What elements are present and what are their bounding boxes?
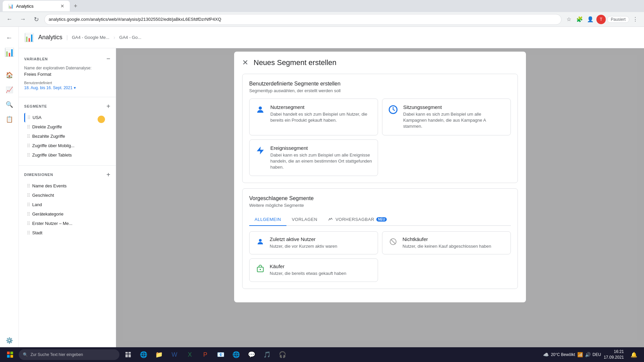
drag-handle: ⠿	[27, 230, 30, 236]
segment-tablets[interactable]: ⠿ Zugriffe über Tablets	[24, 150, 110, 160]
dim-geraet[interactable]: ⠿ Gerätekategorie	[24, 209, 110, 219]
drag-handle: ⠿	[27, 153, 30, 158]
modal-overlay[interactable]: ✕ Neues Segment erstellen Benutzerdefini…	[116, 48, 644, 347]
taskbar-app6[interactable]: 📧	[213, 347, 228, 362]
drag-handle: ⠿	[27, 134, 30, 139]
recently-active-card[interactable]: Zuletzt aktive Nutzer Nutzer, die vor Ku…	[249, 231, 378, 254]
nutzersegment-card[interactable]: Nutzersegment Dabei handelt es sich zum …	[249, 99, 378, 135]
active-tab[interactable]: 📊 Analytics ✕	[3, 1, 70, 11]
variables-minimize[interactable]: −	[106, 55, 110, 63]
dim-erster-nutzer[interactable]: ⠿ Erster Nutzer – Me...	[24, 219, 110, 228]
browser-nav-bar: ← → ↻ analytics.google.com/analytics/web…	[0, 12, 644, 27]
task-view-icon	[125, 352, 131, 358]
taskbar-task-view[interactable]	[121, 347, 136, 362]
taskbar-app8[interactable]: 💬	[244, 347, 259, 362]
add-dimension-button[interactable]: +	[106, 171, 110, 179]
segment-name: USA	[33, 115, 42, 120]
taskbar-explorer[interactable]: 📁	[152, 347, 166, 362]
modal-body: Benutzerdefinierte Segmente erstellen Se…	[234, 74, 526, 302]
svg-point-0	[259, 107, 262, 110]
exploration-name-label: Name der explorativen Datenanalyse:	[24, 65, 110, 71]
taskbar-app10[interactable]: 🎧	[275, 347, 290, 362]
browser-tab-bar: 📊 Analytics ✕ +	[0, 0, 644, 12]
svg-rect-11	[125, 352, 128, 354]
reports-icon[interactable]: 📋	[3, 113, 16, 126]
buyer-card[interactable]: Käufer Nutzer, die bereits etwas gekauft…	[249, 258, 378, 282]
bookmark-icon[interactable]: ☆	[564, 15, 574, 24]
sitzungssegment-text: Sitzungssegment Dabei kann es sich zum B…	[403, 104, 505, 130]
segment-name: Zugriffe über Mobilg...	[32, 143, 74, 148]
dimension-name: Erster Nutzer – Me...	[32, 221, 72, 226]
cursor-indicator	[98, 116, 105, 123]
main-content: ✕ Neues Segment erstellen Benutzerdefini…	[116, 48, 644, 347]
ereignissegment-card[interactable]: Ereignissegment Dabei kann es sich zum B…	[249, 139, 378, 176]
forward-button[interactable]: →	[17, 14, 28, 25]
sitzungssegment-card[interactable]: Sitzungssegment Dabei kann es sich zum B…	[382, 99, 511, 135]
segment-name: Direkte Zugriffe	[32, 124, 62, 129]
add-segment-button[interactable]: +	[106, 103, 110, 110]
back-nav-icon[interactable]: ←	[3, 31, 16, 44]
dimension-name: Land	[32, 202, 42, 207]
reload-button[interactable]: ↻	[31, 14, 42, 25]
tab-favicon: 📊	[8, 4, 13, 9]
menu-icon[interactable]: ⋮	[631, 15, 640, 24]
segments-header: SEGMENTE +	[24, 103, 110, 110]
language-indicator: DEU	[593, 352, 601, 357]
sound-icon[interactable]: 🔊	[585, 352, 591, 357]
taskbar-word[interactable]: W	[167, 347, 182, 362]
svg-rect-9	[7, 355, 10, 358]
taskbar-right-area: ☁️ 20°C Bewölkt 📶 🔊 DEU 16:21 17.09.2021…	[543, 347, 641, 362]
taskbar-edge[interactable]: 🌐	[136, 347, 151, 362]
profile-icon[interactable]: 👤	[586, 15, 595, 24]
segment-mobil[interactable]: ⠿ Zugriffe über Mobilg...	[24, 141, 110, 150]
new-tab-button[interactable]: +	[71, 3, 80, 10]
suggested-card-grid: Zuletzt aktive Nutzer Nutzer, die vor Ku…	[249, 231, 511, 282]
variables-section: Variablen − Name der explorativen Datena…	[19, 52, 116, 94]
dimensions-list: ⠿ Name des Events ⠿ Geschlecht ⠿ Land	[24, 181, 110, 238]
segment-usa[interactable]: ⠿ USA	[24, 113, 110, 122]
taskbar-chrome[interactable]: 🌐	[229, 347, 244, 362]
svg-point-2	[259, 239, 262, 242]
dim-geschlecht[interactable]: ⠿ Geschlecht	[24, 191, 110, 200]
svg-rect-13	[125, 354, 128, 357]
start-button[interactable]	[3, 347, 17, 362]
tab-close-button[interactable]: ✕	[60, 3, 64, 9]
account-button[interactable]: T	[596, 15, 606, 24]
search-magnifier-icon: 🔍	[23, 352, 28, 357]
segment-direkte[interactable]: ⠿ Direkte Zugriffe	[24, 122, 110, 132]
segment-bezahlte[interactable]: ⠿ Bezahlte Zugriffe	[24, 132, 110, 141]
taskbar-powerpoint[interactable]: P	[198, 347, 213, 362]
session-segment-icon	[388, 104, 398, 115]
search-icon[interactable]: 🔍	[3, 98, 16, 111]
tab-vorhersagbar[interactable]: VORHERSAGBAR NEU	[323, 213, 392, 226]
taskbar-excel[interactable]: X	[182, 347, 197, 362]
taskbar-search[interactable]: 🔍 Zur Suche Text hier eingeben	[19, 349, 119, 360]
modal-close-button[interactable]: ✕	[242, 58, 248, 67]
explore-icon[interactable]: 📈	[3, 83, 16, 97]
svg-rect-10	[10, 355, 13, 358]
variables-header: Variablen −	[24, 55, 110, 63]
nutzersegment-title: Nutzersegment	[270, 104, 372, 110]
tab-allgemein[interactable]: ALLGEMEIN	[249, 213, 286, 226]
app-header: 📊 Analytics | GA4 - Google Me... › GA4 -…	[19, 27, 644, 48]
breadcrumb-1: GA4 - Google Me...	[72, 35, 109, 40]
dimension-name: Stadt	[32, 230, 42, 235]
segments-list: ⠿ USA ⠿ Direkte Zugriffe ⠿ Bezahlte Zugr…	[24, 113, 110, 160]
address-bar[interactable]: analytics.google.com/analytics/web/#/ana…	[44, 14, 561, 25]
notification-button[interactable]: 🔔	[627, 347, 641, 362]
svg-rect-7	[7, 352, 10, 354]
nonbuyer-card[interactable]: Nichtkäufer Nutzer, die keinen Kauf abge…	[382, 231, 511, 254]
home-icon[interactable]: 🏠	[3, 68, 16, 82]
wifi-icon[interactable]: 📶	[577, 352, 583, 357]
paused-button[interactable]: Pausiert	[607, 16, 629, 23]
buyer-desc: Nutzer, die bereits etwas gekauft haben	[270, 270, 346, 277]
taskbar-app9[interactable]: 🎵	[260, 347, 274, 362]
dim-events[interactable]: ⠿ Name des Events	[24, 181, 110, 191]
settings-icon[interactable]: ⚙️	[3, 334, 16, 347]
dim-land[interactable]: ⠿ Land	[24, 200, 110, 209]
dim-stadt[interactable]: ⠿ Stadt	[24, 228, 110, 238]
tab-vorlagen[interactable]: VORLAGEN	[286, 213, 323, 226]
back-button[interactable]: ←	[4, 14, 15, 25]
date-filter-control[interactable]: 18. Aug. bis 16. Sept. 2021 ▾	[24, 85, 110, 90]
extension-icon[interactable]: 🧩	[575, 15, 584, 24]
